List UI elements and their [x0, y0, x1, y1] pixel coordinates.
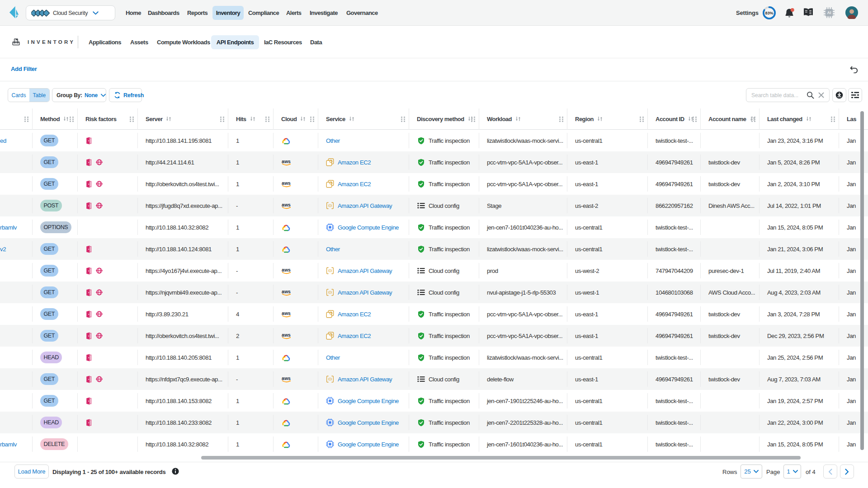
svg-text:aws: aws — [282, 289, 291, 294]
svg-text:83%: 83% — [765, 11, 773, 15]
svg-text:aws: aws — [282, 159, 291, 164]
svg-text:aws: aws — [282, 267, 291, 272]
svg-text:aws: aws — [282, 333, 291, 338]
svg-text:aws: aws — [282, 311, 291, 316]
svg-text:aws: aws — [282, 181, 291, 186]
svg-text:AI: AI — [827, 10, 831, 15]
svg-text:aws: aws — [282, 376, 291, 381]
svg-text:aws: aws — [282, 202, 291, 207]
